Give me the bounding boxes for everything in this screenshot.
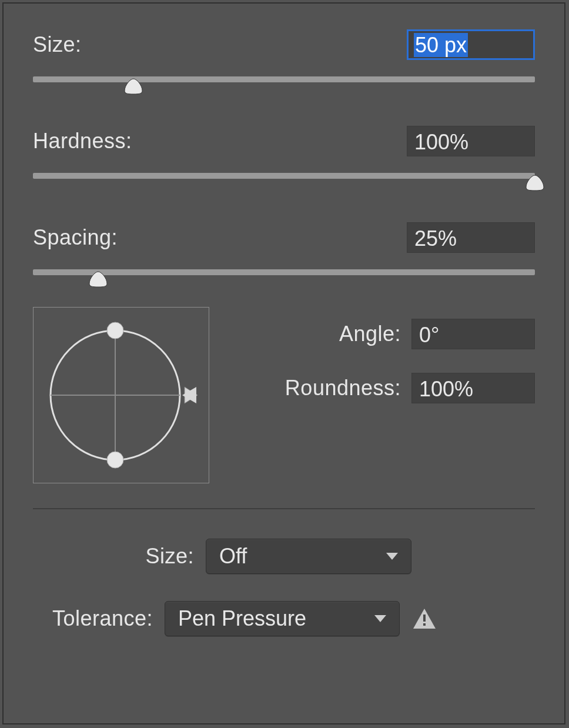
brush-settings-panel: Size: 50 px Hardness: 100% Spacing: 25% [2, 2, 565, 724]
chevron-down-icon [386, 553, 398, 560]
section-divider [33, 508, 535, 509]
size-slider[interactable] [33, 73, 535, 91]
roundness-field: Roundness: 100% [227, 373, 535, 403]
spacing-row: Spacing: 25% [33, 222, 535, 253]
svg-point-3 [107, 322, 123, 339]
spacing-slider[interactable] [33, 266, 535, 283]
tolerance-label: Tolerance: [41, 606, 153, 631]
hardness-slider-thumb[interactable] [524, 174, 546, 192]
spacing-label: Spacing: [33, 225, 118, 250]
roundness-label: Roundness: [285, 376, 401, 400]
size-row: Size: 50 px [33, 29, 535, 60]
dyn-size-dropdown[interactable]: Off [206, 539, 411, 574]
brush-angle-widget[interactable] [33, 307, 209, 483]
roundness-input[interactable]: 100% [411, 373, 535, 403]
svg-rect-8 [423, 623, 426, 626]
dyn-size-row: Size: Off [33, 539, 535, 574]
warning-icon [411, 607, 437, 630]
dyn-size-value: Off [219, 544, 247, 569]
brush-shape-section: Angle: 0° Roundness: 100% [33, 307, 535, 483]
angle-input[interactable]: 0° [411, 319, 535, 349]
angle-label: Angle: [339, 322, 401, 346]
hardness-slider[interactable] [33, 169, 535, 187]
spacing-slider-thumb[interactable] [87, 271, 109, 288]
hardness-label: Hardness: [33, 129, 132, 153]
brush-angle-icon [39, 313, 203, 477]
size-slider-thumb[interactable] [122, 78, 145, 95]
brush-shape-fields: Angle: 0° Roundness: 100% [227, 307, 535, 427]
dyn-size-label: Size: [88, 544, 194, 569]
size-input[interactable]: 50 px [407, 29, 535, 60]
size-label: Size: [33, 32, 82, 57]
hardness-slider-track [33, 173, 535, 179]
hardness-input[interactable]: 100% [407, 126, 535, 156]
tolerance-value: Pen Pressure [178, 606, 306, 631]
hardness-row: Hardness: 100% [33, 126, 535, 156]
svg-point-4 [107, 452, 123, 468]
angle-field: Angle: 0° [227, 319, 535, 349]
svg-rect-7 [423, 615, 426, 622]
chevron-down-icon [374, 615, 386, 622]
spacing-input[interactable]: 25% [407, 222, 535, 253]
tolerance-row: Tolerance: Pen Pressure [33, 601, 535, 636]
tolerance-dropdown[interactable]: Pen Pressure [165, 601, 400, 636]
size-slider-track [33, 76, 535, 82]
